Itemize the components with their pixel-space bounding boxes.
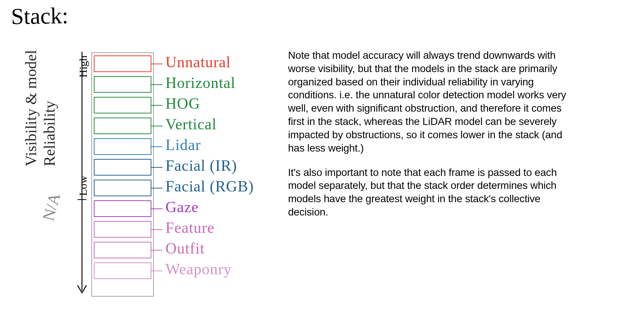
slot-connector [151, 188, 162, 189]
slot-label: Lidar [165, 136, 201, 154]
slot-connector [151, 250, 162, 251]
stack-slot: Vertical [94, 118, 151, 134]
paragraph-2: It's also important to note that each fr… [288, 166, 569, 219]
slot-label: Outfit [165, 240, 205, 257]
stack-slot: Lidar [94, 138, 151, 155]
stack-slot: Feature [94, 221, 151, 238]
slot-connector [151, 229, 162, 230]
slot-label: Facial (IR) [165, 157, 237, 174]
stack-slot: Facial (RGB) [94, 180, 151, 196]
reliability-scale: High Low [74, 52, 89, 296]
slot-label: Facial (RGB) [165, 177, 254, 195]
explanatory-text: Note that model accuracy will always tre… [288, 49, 569, 230]
scale-high-label: High [77, 55, 89, 78]
slot-connector [151, 167, 162, 168]
slot-connector [151, 271, 162, 271]
slot-connector [151, 146, 162, 147]
stack-slot: Horizontal [94, 76, 151, 93]
stack-slot: Weaponry [94, 262, 151, 279]
stack-slot: Facial (IR) [94, 159, 151, 176]
slot-label: Weaponry [165, 260, 232, 278]
axis-label-visibility: Visibility & model [22, 50, 40, 166]
scale-low-label: Low [77, 176, 89, 196]
slot-connector [151, 126, 162, 126]
slot-label: Unnatural [165, 53, 231, 71]
slot-connector [151, 84, 162, 85]
axis-label-na: N/A [39, 191, 64, 223]
diagram-title: Stack: [11, 3, 68, 30]
slot-label: Horizontal [165, 74, 236, 92]
down-arrow-icon [74, 52, 89, 296]
slot-label: Gaze [165, 198, 199, 216]
slot-label: Vertical [165, 115, 217, 133]
slot-label: HOG [165, 95, 200, 112]
slot-connector [151, 105, 162, 106]
page: Stack: Visibility & model Reliability N/… [0, 0, 644, 326]
slot-label: Feature [165, 219, 215, 237]
stack-slot: Gaze [94, 200, 151, 217]
stack-slot: HOG [94, 97, 151, 113]
stack-slot: Unnatural [94, 55, 151, 72]
stack-slot: Outfit [94, 242, 151, 258]
axis-label-reliability: Reliability [41, 101, 58, 166]
paragraph-1: Note that model accuracy will always tre… [288, 49, 569, 155]
stack-slots: UnnaturalHorizontalHOGVerticalLidarFacia… [92, 52, 154, 279]
slot-connector [151, 64, 162, 64]
slot-connector [151, 208, 162, 209]
